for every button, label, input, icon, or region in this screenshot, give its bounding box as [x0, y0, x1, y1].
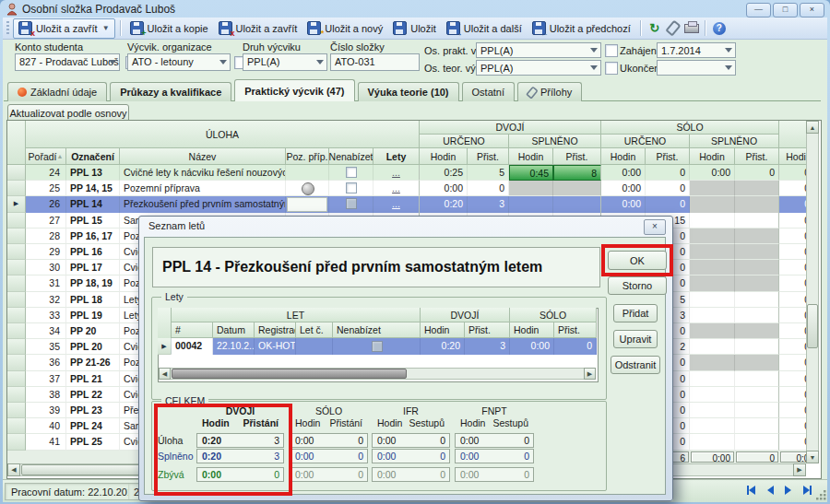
odstranit-button[interactable]: Odstranit	[611, 356, 660, 374]
refresh-icon[interactable]: ↻	[646, 19, 664, 38]
dialog-close-icon[interactable]: ×	[644, 219, 666, 235]
lety-scroll-right-button[interactable]: ▶	[584, 368, 596, 380]
os-prakt-combo[interactable]: PPL(A)	[476, 42, 601, 58]
table-row[interactable]: 25PP 14, 15Pozemní příprava...0:0000:000…	[7, 181, 819, 196]
row-selector[interactable]	[7, 165, 26, 181]
row-selector[interactable]	[7, 371, 26, 387]
column-header-lety[interactable]: Lety	[374, 148, 420, 165]
sub-header-splneno[interactable]: SPLNĚNO	[509, 135, 601, 148]
save-and-copy-button[interactable]: + Uložit a kopie	[125, 19, 213, 38]
lety-column-datum[interactable]: Datum	[213, 322, 255, 338]
row-selector[interactable]	[7, 308, 26, 323]
paperclip-icon[interactable]	[664, 19, 682, 38]
row-selector[interactable]	[7, 229, 26, 244]
row-selector[interactable]	[7, 292, 26, 308]
tab-zakladni-udaje[interactable]: Základní údaje	[7, 82, 107, 101]
nav-first-button[interactable]	[743, 483, 760, 498]
group-header-dvoji[interactable]: DVOJÍ	[420, 121, 601, 135]
konto-combo[interactable]: 827 - Prodavač Luboš	[15, 53, 120, 71]
row-selector[interactable]	[7, 418, 26, 434]
organizace-combo[interactable]: ATO - letouny	[127, 53, 231, 71]
lety-column-reg[interactable]: Registrace	[255, 322, 296, 338]
nav-next-button[interactable]	[780, 483, 797, 498]
row-selector[interactable]	[7, 213, 26, 229]
row-selector[interactable]	[7, 181, 26, 196]
tab-vyuka-teorie[interactable]: Výuka teorie (10)	[358, 82, 459, 101]
help-icon[interactable]: ?	[710, 19, 729, 38]
column-header-ozn[interactable]: Označení	[66, 148, 120, 165]
row-selector[interactable]	[7, 339, 26, 355]
sub-header-urceno[interactable]: URČENO	[601, 135, 690, 148]
lety-link[interactable]: ...	[374, 181, 420, 196]
save-and-close-split-button[interactable]: x Uložit a zavřít ▼	[13, 18, 115, 39]
row-selector[interactable]	[7, 244, 26, 260]
lety-group-let[interactable]: LET	[172, 308, 421, 322]
sub-header-urceno[interactable]: URČENO	[420, 135, 509, 148]
column-header-dsh[interactable]: Hodin	[509, 148, 553, 165]
tab-ostatni[interactable]: Ostatní	[462, 82, 515, 101]
minimize-button[interactable]: —	[746, 3, 771, 18]
zahajeni-combo[interactable]: 1.7.2014	[657, 42, 736, 58]
scroll-right-button[interactable]: ▶	[793, 463, 806, 476]
vertical-scrollbar[interactable]	[806, 121, 819, 463]
druh-vycviku-combo[interactable]: PPL(A)	[243, 53, 327, 71]
lety-column-num[interactable]: #	[172, 322, 213, 338]
lety-row-selector[interactable]: ▶	[158, 338, 172, 355]
save-and-close-button[interactable]: x Uložit a zavřít	[214, 19, 302, 38]
lety-link[interactable]: ...	[374, 165, 420, 181]
lety-scroll-left-button[interactable]: ◀	[159, 368, 171, 380]
nenabizet-checkbox[interactable]	[346, 182, 357, 193]
column-header-suh[interactable]: Hodin	[601, 148, 646, 165]
lety-group-dvoji[interactable]: DVOJÍ	[421, 308, 510, 322]
sub-header-splneno[interactable]: SPLNĚNO	[690, 135, 779, 148]
save-and-previous-button[interactable]: ← Uložit a předchozí	[528, 19, 635, 38]
lety-link[interactable]: ...	[374, 196, 420, 212]
lety-column-dp[interactable]: Přist.	[465, 322, 510, 338]
nav-previous-button[interactable]	[762, 483, 778, 498]
column-header-poradi[interactable]: Pořadí ▲	[26, 148, 66, 165]
row-selector[interactable]	[7, 275, 26, 291]
nenabizet-checkbox[interactable]	[346, 198, 357, 209]
column-header-duh[interactable]: Hodin	[420, 148, 468, 165]
lety-column-dh[interactable]: Hodin	[421, 322, 465, 338]
group-header-solo[interactable]: SÓLO	[601, 121, 779, 135]
tab-prilohy[interactable]: Přílohy	[517, 82, 582, 101]
scroll-up-button[interactable]: ▲	[806, 121, 819, 134]
row-selector[interactable]	[7, 355, 26, 370]
lety-column-sp[interactable]: Přist.	[554, 322, 597, 338]
os-teor-checkbox[interactable]	[605, 62, 618, 75]
resize-grip[interactable]	[815, 489, 827, 503]
row-selector[interactable]	[7, 260, 26, 275]
lety-column-nen[interactable]: Nenabízet	[333, 322, 421, 338]
printer-icon[interactable]	[682, 19, 701, 38]
row-selector[interactable]: ▶	[7, 196, 26, 212]
row-selector[interactable]	[7, 323, 26, 339]
nav-last-button[interactable]	[799, 483, 815, 498]
lety-column-letc[interactable]: Let č.	[296, 322, 333, 338]
cislo-slozky-input[interactable]: ATO-031	[330, 53, 420, 71]
pridat-button[interactable]: Přidat	[613, 304, 658, 322]
column-header-dsp[interactable]: Přist.	[553, 148, 601, 165]
nenabizet-checkbox[interactable]	[346, 167, 357, 178]
row-selector[interactable]	[7, 403, 26, 418]
vertical-scroll-thumb[interactable]	[807, 304, 818, 348]
row-selector[interactable]	[7, 387, 26, 403]
maximize-button[interactable]: □	[773, 3, 798, 18]
column-header-sup[interactable]: Přist.	[646, 148, 690, 165]
lety-nenabizet-checkbox[interactable]	[372, 341, 383, 352]
os-prakt-checkbox[interactable]	[605, 44, 618, 57]
tab-prukazy-a-kvalifikace[interactable]: Průkazy a kvalifikace	[110, 82, 231, 101]
ok-button[interactable]: OK	[608, 251, 667, 270]
column-header-dup[interactable]: Přist.	[468, 148, 509, 165]
group-header-uloha[interactable]: ÚLOHA	[26, 121, 420, 148]
close-button[interactable]: ×	[800, 3, 824, 18]
lety-corner-header[interactable]	[158, 308, 172, 339]
scroll-down-button[interactable]: ▼	[806, 451, 819, 463]
upravit-button[interactable]: Upravit	[613, 330, 658, 348]
column-header-poz[interactable]: Poz. příp.	[286, 148, 329, 165]
column-header-ssh[interactable]: Hodin	[690, 148, 735, 165]
ukonceni-combo[interactable]	[657, 60, 736, 76]
lety-scroll-thumb[interactable]	[172, 369, 407, 379]
save-and-next-button[interactable]: → Uložit a další	[442, 19, 527, 38]
tab-prakticky-vycvik[interactable]: Praktický výcvik (47)	[234, 79, 354, 101]
